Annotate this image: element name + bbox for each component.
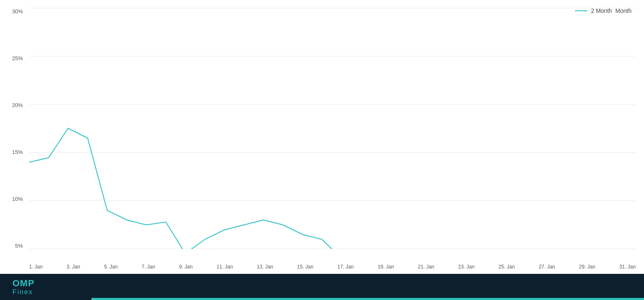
y-label-30: 30% (4, 8, 23, 15)
footer-bar (91, 298, 644, 300)
x-label-13jan: 13. Jan (257, 264, 273, 270)
logo-finex: Finex (12, 288, 34, 296)
x-label-11jan: 11. Jan (216, 264, 233, 270)
x-label-29jan: 29. Jan (579, 264, 595, 270)
logo-omp: OMP (12, 278, 34, 288)
y-label-10: 10% (4, 196, 23, 202)
chart-svg (29, 8, 636, 249)
y-label-5: 5% (4, 243, 23, 249)
y-label-20: 20% (4, 102, 23, 108)
y-label-15: 15% (4, 149, 23, 155)
chart-container: 2 Month Month 5% 10% 15% 20% 25% 30% 1. … (0, 0, 644, 274)
x-label-1jan: 1. Jan (29, 264, 43, 270)
x-label-25jan: 25. Jan (499, 264, 515, 270)
x-label-15jan: 15. Jan (297, 264, 313, 270)
y-label-25: 25% (4, 55, 23, 61)
logo: OMP Finex (12, 278, 34, 296)
footer: OMP Finex (0, 274, 644, 300)
x-label-31jan: 31. Jan (619, 264, 635, 270)
x-label-19jan: 19. Jan (378, 264, 394, 270)
x-label-27jan: 27. Jan (539, 264, 555, 270)
x-label-17jan: 17. Jan (337, 264, 354, 270)
x-label-21jan: 21. Jan (418, 264, 434, 270)
x-label-3jan: 3. Jan (66, 264, 80, 270)
x-label-7jan: 7. Jan (142, 264, 155, 270)
x-label-23jan: 23. Jan (458, 264, 474, 270)
x-axis: 1. Jan 3. Jan 5. Jan 7. Jan 9. Jan 11. J… (29, 264, 636, 270)
x-label-9jan: 9. Jan (179, 264, 193, 270)
chart-polyline (29, 128, 636, 249)
y-axis: 5% 10% 15% 20% 25% 30% (4, 8, 23, 249)
x-label-5jan: 5. Jan (104, 264, 118, 270)
